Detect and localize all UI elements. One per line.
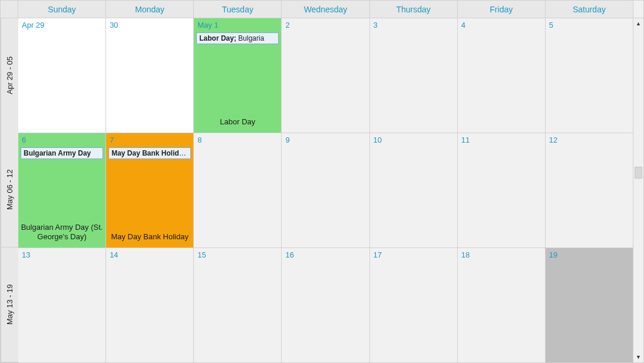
day-cell[interactable]: 4 — [458, 18, 546, 133]
day-cell-today[interactable]: 19 — [546, 248, 633, 362]
event-title-bold: May Day Bank Holiday; — [111, 149, 189, 157]
day-cell[interactable]: 6 Bulgarian Army Day Bulgarian Army Day … — [18, 133, 106, 248]
cell-footer-label: Labor Day — [194, 114, 281, 133]
scroll-thumb[interactable] — [635, 167, 642, 179]
day-header-saturday[interactable]: Saturday — [546, 1, 633, 18]
day-cell[interactable]: Apr 29 — [18, 18, 106, 133]
day-cell[interactable]: 18 — [458, 248, 546, 362]
event-chip[interactable]: Bulgarian Army Day — [21, 147, 103, 159]
date-number: 6 — [18, 133, 105, 147]
date-number: 13 — [18, 248, 105, 262]
day-cell[interactable]: 5 — [546, 18, 633, 133]
date-number: 8 — [194, 133, 281, 147]
date-number: 7 — [106, 133, 193, 147]
date-number: 2 — [282, 18, 369, 32]
day-cell[interactable]: 30 — [106, 18, 194, 133]
day-headers: Sunday Monday Tuesday Wednesday Thursday… — [18, 1, 633, 18]
date-number: 11 — [458, 133, 545, 147]
date-number: 18 — [458, 248, 545, 262]
date-number: 10 — [370, 133, 457, 147]
day-cell[interactable]: 11 — [458, 133, 546, 248]
scroll-up-icon[interactable]: ▲ — [633, 18, 643, 29]
date-number: 9 — [282, 133, 369, 147]
day-header-thursday[interactable]: Thursday — [370, 1, 458, 18]
day-header-wednesday[interactable]: Wednesday — [282, 1, 369, 18]
event-title-bold: Labor Day; — [199, 34, 236, 42]
day-cell[interactable]: 13 — [18, 248, 106, 362]
day-cell[interactable]: 17 — [370, 248, 458, 362]
cell-footer-label: Bulgarian Army Day (St. George's Day) — [18, 219, 105, 248]
day-cell[interactable]: 15 — [194, 248, 282, 362]
weeks-grid: Apr 29 30 May 1 Labor Day; Bulgaria Labo… — [18, 18, 633, 362]
vertical-scrollbar[interactable]: ▲ ▼ — [633, 18, 643, 362]
date-number: 19 — [546, 248, 633, 262]
calendar-corner — [1, 1, 18, 18]
week-row-1: 6 Bulgarian Army Day Bulgarian Army Day … — [18, 133, 633, 248]
week-label-0[interactable]: Apr 29 - 05 — [1, 18, 18, 133]
event-title-rest: Bulgaria — [236, 34, 264, 42]
date-number: 3 — [370, 18, 457, 32]
event-chip[interactable]: Labor Day; Bulgaria — [196, 32, 279, 44]
event-title-bold: Bulgarian Army Day — [24, 149, 91, 157]
calendar-month-view: Sunday Monday Tuesday Wednesday Thursday… — [0, 0, 644, 363]
event-chip[interactable]: May Day Bank Holiday; — [108, 147, 191, 159]
day-cell[interactable]: 12 — [546, 133, 633, 248]
day-cell[interactable]: 2 — [282, 18, 369, 133]
week-label-2[interactable]: May 13 - 19 — [1, 248, 18, 362]
day-header-friday[interactable]: Friday — [458, 1, 546, 18]
day-header-sunday[interactable]: Sunday — [18, 1, 106, 18]
day-cell[interactable]: 7 May Day Bank Holiday; May Day Bank Hol… — [106, 133, 194, 248]
date-number: May 1 — [194, 18, 281, 32]
day-cell[interactable]: 10 — [370, 133, 458, 248]
date-number: 4 — [458, 18, 545, 32]
date-number: 30 — [106, 18, 193, 32]
week-label-1[interactable]: May 06 - 12 — [1, 133, 18, 248]
week-labels: Apr 29 - 05 May 06 - 12 May 13 - 19 — [1, 18, 18, 362]
date-number: 15 — [194, 248, 281, 262]
day-cell[interactable]: 8 — [194, 133, 282, 248]
date-number: 5 — [546, 18, 633, 32]
scroll-header-spacer — [633, 1, 643, 18]
calendar-body: Apr 29 - 05 May 06 - 12 May 13 - 19 Apr … — [1, 18, 643, 362]
cell-footer-label: May Day Bank Holiday — [106, 229, 193, 248]
day-cell[interactable]: 14 — [106, 248, 194, 362]
day-header-monday[interactable]: Monday — [106, 1, 194, 18]
date-number: 14 — [106, 248, 193, 262]
scroll-down-icon[interactable]: ▼ — [633, 352, 643, 362]
day-header-tuesday[interactable]: Tuesday — [194, 1, 282, 18]
date-number: Apr 29 — [18, 18, 105, 32]
day-cell[interactable]: 3 — [370, 18, 458, 133]
day-cell[interactable]: May 1 Labor Day; Bulgaria Labor Day — [194, 18, 282, 133]
day-cell[interactable]: 16 — [282, 248, 369, 362]
date-number: 16 — [282, 248, 369, 262]
calendar-header-row: Sunday Monday Tuesday Wednesday Thursday… — [1, 1, 643, 18]
week-row-0: Apr 29 30 May 1 Labor Day; Bulgaria Labo… — [18, 18, 633, 133]
day-cell[interactable]: 9 — [282, 133, 369, 248]
date-number: 12 — [546, 133, 633, 147]
date-number: 17 — [370, 248, 457, 262]
week-row-2: 13 14 15 16 17 18 19 — [18, 248, 633, 362]
